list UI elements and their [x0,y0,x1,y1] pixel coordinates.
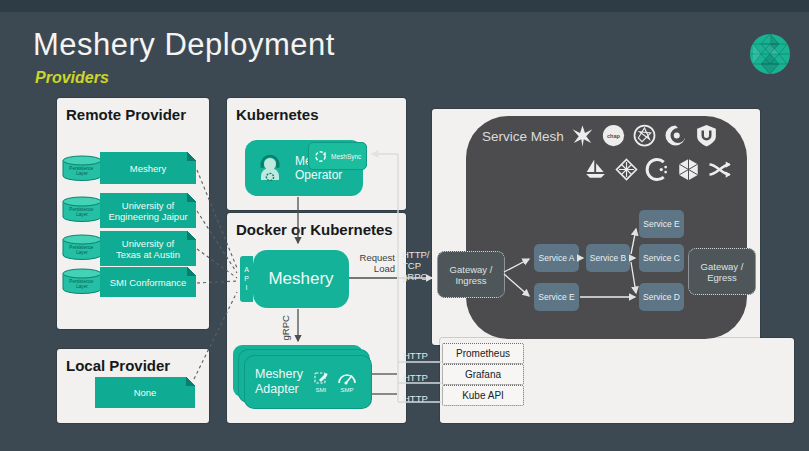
operator-icon [253,151,287,185]
remote-provider-item-smi: SMI Conformance [100,267,196,297]
service-b-box: Service B [586,244,630,272]
svg-text:chap: chap [607,133,621,139]
remote-provider-title: Remote Provider [66,106,186,123]
kube-api-box: Kube API [442,385,524,406]
http-label-2: HTTP [403,372,428,383]
mesh-logo-hexagon [676,157,701,182]
mesh-logo-burst [570,123,595,148]
request-load-label: Request Load [352,252,395,274]
meshery-adapter-label: Meshery Adapter [255,367,303,397]
smi-icon [313,371,329,386]
api-tab: API [240,256,253,302]
fold-corner [187,152,196,161]
grafana-box: Grafana [442,364,524,385]
slide: Meshery Deployment Providers Remote Prov… [0,0,809,451]
gateway-egress-box: Gateway / Egress [688,248,756,295]
prometheus-box: Prometheus [442,343,524,364]
service-a-box: Service A [534,244,579,272]
service-mesh-title: Service Mesh [482,129,564,144]
remote-provider-item-texas: University of Texas at Austin [100,231,196,266]
http-tcp-grpc-label: HTTP/ TCP gRPC [402,249,436,282]
mesh-logo-row-1: chap [570,123,719,148]
meshsync-icon [314,150,327,163]
persistence-db-icon: Persistence Layer [62,196,102,223]
service-e-top-box: Service E [639,210,684,238]
fold-corner [187,231,196,240]
meshsync-box: MeshSync [308,142,367,170]
fold-corner [187,193,196,202]
top-band [0,0,809,12]
smp-icon [337,371,357,386]
docker-or-kubernetes-title: Docker or Kubernetes [236,221,393,238]
page-title: Meshery Deployment [33,27,335,63]
local-provider-item-none: None [95,377,195,408]
mesh-logo-badge: chap [601,123,626,148]
mesh-logo-shield [694,123,719,148]
kubernetes-title: Kubernetes [236,106,319,123]
remote-provider-item-meshery: Meshery [100,152,196,184]
mesh-logo-arc [645,157,670,182]
page-subtitle: Providers [35,69,109,87]
fold-corner [187,267,196,276]
persistence-db-icon: Persistence Layer [62,268,102,295]
fold-corner [186,377,195,386]
grpc-label: gRPC [280,307,291,341]
mesh-logo-ring [632,123,657,148]
mesh-logo-cube [614,157,639,182]
http-label-1: HTTP [403,350,428,361]
persistence-db-icon: Persistence Layer [62,234,102,261]
gateway-ingress-box: Gateway / Ingress [437,251,505,298]
meshsync-label: MeshSync [331,153,361,160]
meshery-adapter-box: Meshery Adapter SMI SMP [245,356,371,408]
persistence-db-icon: Persistence Layer [62,155,102,182]
mesh-logo-swirl [663,123,688,148]
service-d-box: Service D [639,283,684,311]
mesh-logo-row-2 [583,157,732,182]
mesh-logo-sailboat [583,157,608,182]
local-provider-title: Local Provider [66,357,170,374]
mesh-logo-knot [707,157,732,182]
smi-icon-group: SMI [313,371,329,393]
meshery-box: Meshery [253,250,349,308]
smp-icon-group: SMP [337,371,357,393]
service-c-box: Service C [639,244,684,272]
service-e-left-box: Service E [534,283,579,311]
service-mesh-box: Service Mesh chap [466,116,747,339]
http-label-3: HTTP [403,393,428,404]
remote-provider-item-jaipur: University of Engineering Jaipur [100,193,196,228]
meshery-logo [749,33,791,75]
